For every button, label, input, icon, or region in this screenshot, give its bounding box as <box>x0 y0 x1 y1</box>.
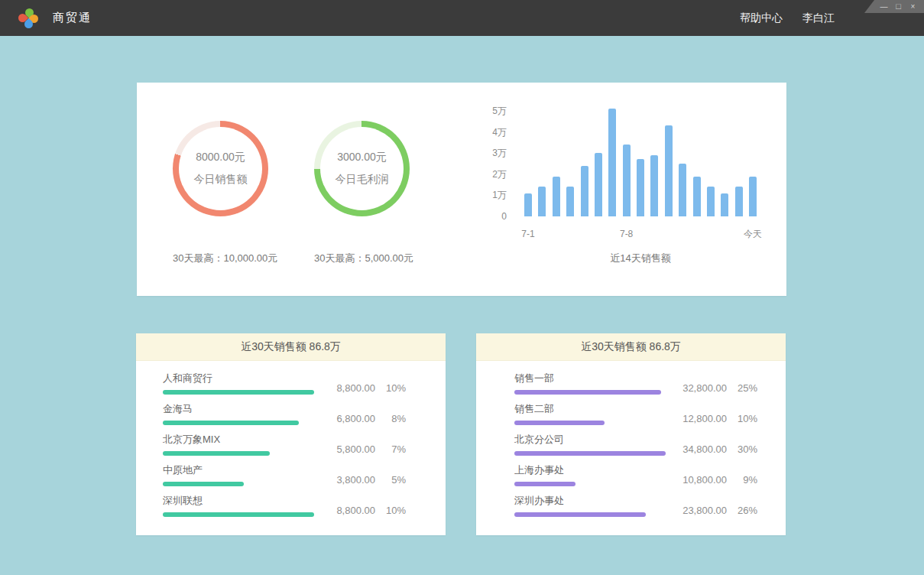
rank-row-percent: 30% <box>727 443 757 456</box>
rank-row-percent: 26% <box>727 505 757 517</box>
today-sales-label: 今日销售额 <box>194 173 248 187</box>
rank-row-bar <box>163 512 314 517</box>
customer-ranking-list: 人和商贸行 8,800.00 10% 金海马 6,800.00 8% 北京万象M… <box>136 361 446 517</box>
rank-row-amount: 10,800.00 <box>673 474 727 486</box>
rank-row-bar <box>163 421 299 425</box>
y-tick-label: 5万 <box>484 105 507 117</box>
today-profit-label: 今日毛利润 <box>336 173 389 187</box>
close-button[interactable]: × <box>909 1 917 12</box>
rank-row-label: 深圳联想 <box>163 495 316 507</box>
rank-row-label: 销售二部 <box>514 403 667 415</box>
customer-ranking-title: 近30天销售额 86.8万 <box>241 340 341 354</box>
app-title: 商贸通 <box>53 11 92 25</box>
rank-row-amount: 5,800.00 <box>322 443 375 456</box>
help-center-link[interactable]: 帮助中心 <box>740 11 783 25</box>
title-bar: 商贸通 帮助中心 李白江 <box>0 0 924 36</box>
rank-row: 深圳联想 8,800.00 10% <box>163 495 406 517</box>
today-sales-donut-ring: 8000.00元 今日销售额 <box>173 121 268 216</box>
maximize-button[interactable]: □ <box>894 1 903 12</box>
rank-row-percent: 10% <box>727 413 757 425</box>
rank-row-amount: 6,800.00 <box>322 413 375 425</box>
rank-row-amount: 8,800.00 <box>322 382 375 395</box>
rank-row-label: 北京万象MIX <box>163 434 316 446</box>
chart-plot-area <box>524 111 757 216</box>
chart-bar <box>749 177 757 216</box>
rank-row-bar <box>163 451 270 456</box>
chart-bar <box>665 125 673 216</box>
rank-row: 上海办事处 10,800.00 9% <box>514 464 757 486</box>
chart-bar <box>721 193 728 216</box>
y-tick-label: 3万 <box>484 147 507 159</box>
rank-row-amount: 12,800.00 <box>673 413 727 425</box>
y-tick-label: 1万 <box>484 189 507 201</box>
rank-row: 深圳办事处 23,800.00 26% <box>514 495 757 517</box>
rank-row-bar <box>163 482 244 486</box>
rank-row: 销售一部 32,800.00 25% <box>514 372 757 395</box>
sales-14day-bar-chart: 5万4万3万2万1万0 近14天销售额 7-17-8今天 <box>484 104 774 280</box>
today-profit-gauge: 3000.00元 今日毛利润 30天最高：5,000.00元 <box>314 121 410 265</box>
today-overview-card: 8000.00元 今日销售额 30天最高：10,000.00元 3000.00元… <box>137 83 786 296</box>
y-tick-label: 2万 <box>484 168 507 180</box>
chart-y-axis: 5万4万3万2万1万0 <box>484 105 507 223</box>
chart-bar <box>693 177 701 216</box>
department-ranking-list: 销售一部 32,800.00 25% 销售二部 12,800.00 10% 北京… <box>476 361 786 517</box>
rank-row-amount: 23,800.00 <box>673 505 727 517</box>
chart-bar <box>608 109 616 216</box>
chart-bar <box>524 193 532 216</box>
rank-row-bar <box>514 421 605 425</box>
today-profit-max-caption: 30天最高：5,000.00元 <box>314 252 410 265</box>
chart-bar <box>566 187 574 216</box>
rank-row: 中原地产 3,800.00 5% <box>163 464 406 486</box>
rank-row-bar <box>514 482 575 486</box>
app-logo-pinwheel-icon <box>18 8 38 28</box>
minimize-button[interactable]: — <box>880 1 888 12</box>
today-profit-donut-ring: 3000.00元 今日毛利润 <box>314 121 410 216</box>
chart-bar <box>581 166 588 216</box>
rank-row-label: 上海办事处 <box>514 464 667 476</box>
rank-row-bar <box>514 451 666 456</box>
chart-bar <box>650 155 658 216</box>
rank-row: 人和商贸行 8,800.00 10% <box>163 372 406 395</box>
rank-row-percent: 7% <box>375 443 406 456</box>
rank-row-amount: 8,800.00 <box>322 505 375 517</box>
today-sales-max-caption: 30天最高：10,000.00元 <box>173 252 268 265</box>
rank-row-bar <box>514 390 661 395</box>
rank-row-bar <box>514 512 646 517</box>
today-sales-gauge: 8000.00元 今日销售额 30天最高：10,000.00元 <box>173 121 268 265</box>
rank-row: 金海马 6,800.00 8% <box>163 403 406 425</box>
x-tick-label: 今天 <box>744 228 762 240</box>
rank-row: 北京万象MIX 5,800.00 7% <box>163 434 406 456</box>
chart-bar <box>637 159 644 216</box>
rank-row-percent: 5% <box>375 474 406 486</box>
rank-row: 销售二部 12,800.00 10% <box>514 403 757 425</box>
y-tick-label: 4万 <box>484 126 507 138</box>
rank-row-label: 深圳办事处 <box>514 495 667 507</box>
department-ranking-card: 近30天销售额 86.8万 销售一部 32,800.00 25% 销售二部 12… <box>476 333 786 535</box>
chart-bar <box>623 145 631 216</box>
rank-row-label: 北京分公司 <box>514 434 667 446</box>
department-ranking-title: 近30天销售额 86.8万 <box>581 340 681 354</box>
rank-row-amount: 34,800.00 <box>673 443 727 456</box>
rank-row-amount: 32,800.00 <box>673 382 727 395</box>
chart-bar <box>707 187 715 216</box>
rank-row-percent: 10% <box>375 382 406 395</box>
department-ranking-header: 近30天销售额 86.8万 <box>476 333 786 361</box>
rank-row-percent: 9% <box>727 474 757 486</box>
rank-row-label: 销售一部 <box>514 372 667 385</box>
customer-ranking-header: 近30天销售额 86.8万 <box>136 333 446 361</box>
rank-row-bar <box>163 390 314 395</box>
x-tick-label: 7-1 <box>521 228 534 240</box>
today-profit-value: 3000.00元 <box>337 151 387 164</box>
customer-ranking-card: 近30天销售额 86.8万 人和商贸行 8,800.00 10% 金海马 6,8… <box>136 333 446 535</box>
rank-row: 北京分公司 34,800.00 30% <box>514 434 757 456</box>
rank-row-label: 中原地产 <box>163 464 316 476</box>
chart-bar <box>538 187 546 216</box>
user-menu[interactable]: 李白江 <box>802 11 835 25</box>
y-tick-label: 0 <box>484 210 507 223</box>
chart-bar <box>595 153 602 216</box>
chart-bar <box>553 177 560 216</box>
today-sales-value: 8000.00元 <box>196 151 245 164</box>
rank-row-percent: 25% <box>727 382 757 395</box>
window-controls: — □ × <box>864 0 924 13</box>
chart-title: 近14天销售额 <box>610 252 670 265</box>
